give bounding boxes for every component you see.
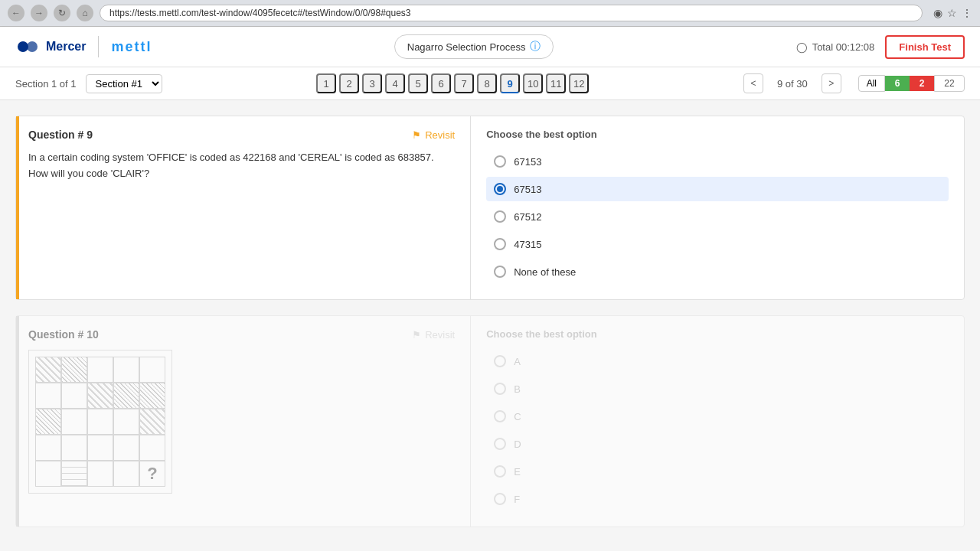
q9-left: Question # 9 ⚑ Revisit In a certain codi… [16,116,471,299]
cell-r2c4 [113,383,139,409]
cell-r2c3 [87,383,113,409]
cell-r4c5 [139,435,165,461]
q10-revisit-label: Revisit [425,329,455,341]
timer-text: Total 00:12:08 [812,41,875,53]
browser-icon-3: ⋮ [962,7,972,19]
q9-text: In a certain coding system 'OFFICE' is c… [28,150,455,182]
q10-option-a-label: A [514,356,521,367]
q9-option-e-label: None of these [514,266,576,278]
q10-radio-b[interactable] [494,383,506,395]
cell-r5c4 [113,461,139,487]
q10-option-d[interactable]: D [486,432,949,456]
revisit-icon: ⚑ [412,129,421,141]
section-select[interactable]: Section #1 [86,74,162,93]
cell-r1c4 [113,357,139,383]
status-review: 2 [910,76,934,91]
mercer-text: Mercer [46,40,86,54]
q-num-8[interactable]: 8 [477,73,497,93]
test-title-text: Nagarro Selection Process [407,41,526,53]
q-of-total: 9 of 30 [777,78,808,90]
browser-forward[interactable]: → [31,5,47,21]
cell-r4c1 [35,435,61,461]
address-bar[interactable] [100,5,923,21]
logo-divider [98,36,99,57]
q9-right: Choose the best option 67153 67513 67512… [471,116,964,299]
q10-option-f-label: F [514,494,520,505]
q-num-11[interactable]: 11 [546,73,566,93]
clock-icon: ◯ [796,41,808,53]
q10-radio-d[interactable] [494,438,506,450]
q10-revisit-btn[interactable]: ⚑ Revisit [412,329,455,341]
cell-r3c1 [35,409,61,435]
cell-r1c5 [139,357,165,383]
svg-point-0 [18,41,28,52]
cell-r5c2 [61,461,87,487]
main-content: Question # 9 ⚑ Revisit In a certain codi… [0,100,980,551]
mercer-logo-icon [15,34,40,59]
q-num-6[interactable]: 6 [431,73,451,93]
cell-r5c3 [87,461,113,487]
q-num-7[interactable]: 7 [454,73,474,93]
q10-label: Question # 10 [28,328,99,341]
q10-radio-f[interactable] [494,493,506,505]
q-num-12[interactable]: 12 [569,73,589,93]
pattern-grid: ? [28,350,172,494]
cell-r4c3 [87,435,113,461]
q10-left: Question # 10 ⚑ Revisit [16,316,471,527]
q-num-2[interactable]: 2 [339,73,359,93]
q10-radio-c[interactable] [494,410,506,422]
q9-label: Question # 9 [28,129,93,141]
logo-area: Mercer mettl [15,34,152,59]
cell-r1c3 [87,357,113,383]
q9-option-b-label: 67513 [514,184,541,195]
q9-radio-b[interactable] [494,183,506,195]
browser-home[interactable]: ⌂ [77,5,93,21]
q-num-3[interactable]: 3 [362,73,382,93]
browser-back[interactable]: ← [8,5,24,21]
cell-r2c1 [35,383,61,409]
q-num-9[interactable]: 9 [500,73,520,93]
q10-option-e[interactable]: E [486,459,949,484]
q10-option-a[interactable]: A [486,349,949,373]
q9-radio-c[interactable] [494,210,506,223]
cell-r3c5 [139,409,165,435]
q9-option-a-label: 67153 [514,156,541,168]
q9-radio-a[interactable] [494,155,506,168]
browser-icon-2: ☆ [947,7,957,19]
finish-test-button[interactable]: Finish Test [885,35,965,59]
info-icon: ⓘ [530,40,541,54]
q9-option-b[interactable]: 67513 [486,177,949,201]
question-9-block: Question # 9 ⚑ Revisit In a certain codi… [15,116,965,300]
cell-r5c5: ? [139,461,165,487]
q-nav-next[interactable]: > [822,73,841,93]
q10-revisit-icon: ⚑ [412,329,421,341]
q-num-10[interactable]: 10 [523,73,543,93]
q-num-4[interactable]: 4 [385,73,405,93]
cell-r2c2 [61,383,87,409]
q9-header: Question # 9 ⚑ Revisit [28,129,455,141]
header-right: ◯ Total 00:12:08 Finish Test [796,35,965,59]
cell-r1c1 [35,357,61,383]
q9-revisit-label: Revisit [425,129,455,141]
q9-option-d[interactable]: 47315 [486,232,949,256]
status-all-btn[interactable]: All [858,75,885,92]
q10-radio-e[interactable] [494,465,506,478]
q-nav-prev[interactable]: < [743,73,763,93]
q9-radio-d[interactable] [494,238,506,250]
q9-option-e[interactable]: None of these [486,259,949,284]
q10-option-c[interactable]: C [486,404,949,429]
q10-radio-a[interactable] [494,355,506,367]
q10-option-b[interactable]: B [486,377,949,401]
q-num-5[interactable]: 5 [408,73,428,93]
q9-option-a[interactable]: 67153 [486,149,949,174]
timer: ◯ Total 00:12:08 [796,41,875,53]
app-header: Mercer mettl Nagarro Selection Process ⓘ… [0,27,980,67]
q10-option-f[interactable]: F [486,487,949,511]
q9-revisit-btn[interactable]: ⚑ Revisit [412,129,455,141]
q10-options-title: Choose the best option [486,328,949,340]
q9-option-c[interactable]: 67512 [486,204,949,229]
browser-refresh[interactable]: ↻ [54,5,70,21]
q9-radio-e[interactable] [494,266,506,278]
q-num-1[interactable]: 1 [316,73,336,93]
cell-r3c2 [61,409,87,435]
